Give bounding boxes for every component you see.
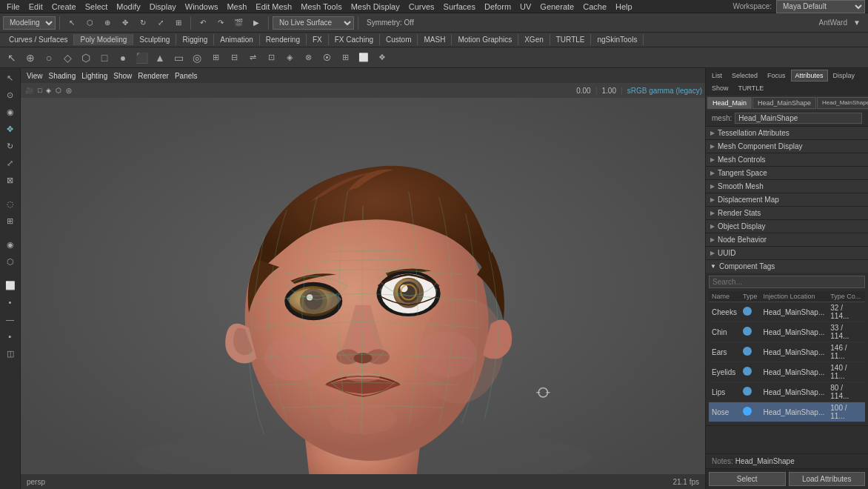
shelf-icon-move[interactable]: ⊕ bbox=[21, 49, 39, 67]
vp-tool-bbox[interactable]: □ bbox=[36, 87, 43, 94]
shelf-tab-sculpting[interactable]: Sculpting bbox=[133, 34, 176, 45]
menu-create[interactable]: Create bbox=[48, 2, 80, 11]
vp-menu-renderer[interactable]: Renderer bbox=[138, 72, 169, 80]
side-select-tool[interactable]: ↖ bbox=[2, 70, 19, 86]
side-component-mode[interactable]: ⬜ bbox=[2, 277, 19, 293]
lasso-tool-btn[interactable]: ⬡ bbox=[81, 15, 98, 31]
shelf-icon-cone[interactable]: ▲ bbox=[151, 49, 169, 67]
vp-tool-camera[interactable]: 🎥 bbox=[24, 87, 35, 94]
tag-row-chin[interactable]: Chin Head_MainShap... 33 / 114... bbox=[709, 322, 865, 342]
shelf-tab-poly[interactable]: Poly Modeling bbox=[74, 34, 133, 45]
shelf-icon-select[interactable]: ↖ bbox=[3, 49, 21, 67]
vp-menu-show[interactable]: Show bbox=[113, 72, 132, 80]
side-face-mode[interactable]: ▪ bbox=[2, 328, 19, 345]
shelf-icon-sphere[interactable]: ● bbox=[114, 49, 132, 67]
side-show-hide[interactable]: ◉ bbox=[2, 236, 19, 253]
side-wireframe[interactable]: ⬡ bbox=[2, 253, 19, 270]
vp-tool-xray[interactable]: ◎ bbox=[64, 87, 73, 94]
side-rotate-tool[interactable]: ↻ bbox=[2, 138, 19, 154]
side-snap-btn[interactable]: ⊞ bbox=[2, 213, 19, 229]
shelf-tab-fx[interactable]: FX bbox=[307, 34, 329, 45]
attr-section-displacement-header[interactable]: ▶ Displacement Map bbox=[706, 193, 868, 206]
menu-surfaces[interactable]: Surfaces bbox=[440, 2, 479, 11]
select-button[interactable]: Select bbox=[709, 472, 786, 486]
menu-edit-mesh[interactable]: Edit Mesh bbox=[252, 2, 296, 11]
shelf-icon-extrude[interactable]: ⊡ bbox=[262, 49, 280, 67]
move-tool-btn[interactable]: ✥ bbox=[117, 15, 133, 31]
shelf-tab-xgen[interactable]: XGen bbox=[518, 34, 550, 45]
user-dropdown-btn[interactable]: ▼ bbox=[849, 15, 865, 31]
panel-tab-show[interactable]: Show bbox=[707, 82, 733, 94]
shelf-icon-cyl[interactable]: ⬛ bbox=[133, 49, 150, 67]
tag-row-cheeks[interactable]: Cheeks Head_MainShap... 32 / 114... bbox=[709, 302, 865, 322]
menu-modify[interactable]: Modify bbox=[113, 2, 144, 11]
symmetry-btn[interactable]: Symmetry: Off bbox=[362, 15, 418, 31]
tag-row-eyelids[interactable]: Eyelids Head_MainShap... 140 / 11... bbox=[709, 362, 865, 382]
live-surface-dropdown[interactable]: No Live Surface bbox=[273, 16, 354, 30]
vp-menu-view[interactable]: View bbox=[27, 72, 43, 80]
ipr-btn[interactable]: ▶ bbox=[248, 15, 264, 31]
canvas-area[interactable] bbox=[21, 98, 705, 474]
attr-section-tangent-header[interactable]: ▶ Tangent Space bbox=[706, 167, 868, 179]
menu-display[interactable]: Display bbox=[146, 2, 180, 11]
tag-row-ears[interactable]: Ears Head_MainShap... 146 / 11... bbox=[709, 342, 865, 362]
menu-windows[interactable]: Windows bbox=[181, 2, 222, 11]
side-move-tool[interactable]: ✥ bbox=[2, 121, 19, 137]
panel-tab-turtle[interactable]: TURTLE bbox=[734, 82, 769, 94]
menu-curves[interactable]: Curves bbox=[405, 2, 438, 11]
menu-mesh-tools[interactable]: Mesh Tools bbox=[297, 2, 345, 11]
attr-section-mesh-ctrl-header[interactable]: ▶ Mesh Controls bbox=[706, 153, 868, 166]
select-tool-btn[interactable]: ↖ bbox=[64, 15, 80, 31]
paint-select-btn[interactable]: ⊕ bbox=[99, 15, 116, 31]
attr-section-component-tags-header[interactable]: ▼ Component Tags bbox=[706, 260, 868, 273]
shelf-icon-torus[interactable]: ◎ bbox=[188, 49, 206, 67]
shelf-icon-bevel[interactable]: ◈ bbox=[281, 49, 298, 67]
viewport[interactable]: View Shading Lighting Show Renderer Pane… bbox=[21, 68, 705, 489]
shelf-icon-lasso[interactable]: ◇ bbox=[59, 49, 76, 67]
attr-section-render-stats-header[interactable]: ▶ Render Stats bbox=[706, 207, 868, 219]
node-tab-head-shape[interactable]: Head_MainShape bbox=[752, 97, 816, 109]
side-vertex-mode[interactable]: • bbox=[2, 294, 19, 310]
tag-row-nose[interactable]: Nose Head_MainShap... 100 / 11... bbox=[709, 402, 865, 422]
shelf-tab-curves[interactable]: Curves / Surfaces bbox=[3, 34, 74, 45]
workspace-dropdown[interactable]: Maya Default bbox=[776, 0, 865, 13]
mode-dropdown[interactable]: Modeling bbox=[3, 16, 56, 30]
shelf-icon-fill[interactable]: ⬜ bbox=[355, 49, 373, 67]
menu-deform[interactable]: Deform bbox=[481, 2, 515, 11]
tag-row-lips[interactable]: Lips Head_MainShap... 80 / 114... bbox=[709, 382, 865, 402]
side-transform-tool[interactable]: ⊠ bbox=[2, 172, 19, 188]
side-lasso-tool[interactable]: ⊙ bbox=[2, 87, 19, 103]
menu-help[interactable]: Help bbox=[612, 2, 636, 11]
vp-tool-wire[interactable]: ⬡ bbox=[54, 87, 63, 94]
shelf-icon-box[interactable]: □ bbox=[96, 49, 113, 67]
panel-tab-focus[interactable]: Focus bbox=[763, 70, 790, 82]
panel-tab-attributes[interactable]: Attributes bbox=[791, 70, 828, 82]
vp-menu-lighting[interactable]: Lighting bbox=[81, 72, 107, 80]
menu-mesh[interactable]: Mesh bbox=[223, 2, 250, 11]
shelf-tab-ngskin[interactable]: ngSkinTools bbox=[591, 34, 644, 45]
scale-tool-btn[interactable]: ⤢ bbox=[153, 15, 169, 31]
menu-uv[interactable]: UV bbox=[516, 2, 535, 11]
attr-section-object-display-header[interactable]: ▶ Object Display bbox=[706, 220, 868, 233]
shelf-tab-custom[interactable]: Custom bbox=[380, 34, 418, 45]
shelf-icon-separate[interactable]: ⊟ bbox=[225, 49, 243, 67]
shelf-tab-rendering[interactable]: Rendering bbox=[260, 34, 307, 45]
shelf-icon-combine[interactable]: ⊞ bbox=[207, 49, 224, 67]
shelf-tab-fx-caching[interactable]: FX Caching bbox=[329, 34, 380, 45]
node-tab-head-main[interactable]: Head_Main bbox=[707, 97, 752, 109]
menu-cache[interactable]: Cache bbox=[579, 2, 610, 11]
render-btn[interactable]: 🎬 bbox=[230, 15, 247, 31]
shelf-icon-edge-loop[interactable]: ⊞ bbox=[336, 49, 354, 67]
load-attributes-button[interactable]: Load Attributes bbox=[789, 472, 866, 486]
shelf-tab-animation[interactable]: Animation bbox=[214, 34, 259, 45]
shelf-icon-loop[interactable]: ⬡ bbox=[77, 49, 95, 67]
transform-tool-btn[interactable]: ⊞ bbox=[170, 15, 187, 31]
side-uv-mode[interactable]: ◫ bbox=[2, 345, 19, 362]
attr-section-mesh-comp-header[interactable]: ▶ Mesh Component Display bbox=[706, 140, 868, 153]
vp-menu-panels[interactable]: Panels bbox=[175, 72, 198, 80]
attr-section-tessellation-header[interactable]: ▶ Tessellation Attributes bbox=[706, 127, 868, 139]
menu-file[interactable]: File bbox=[3, 2, 24, 11]
side-paint-tool[interactable]: ◉ bbox=[2, 104, 19, 120]
shelf-icon-paint[interactable]: ○ bbox=[40, 49, 58, 67]
side-scale-tool[interactable]: ⤢ bbox=[2, 155, 19, 171]
